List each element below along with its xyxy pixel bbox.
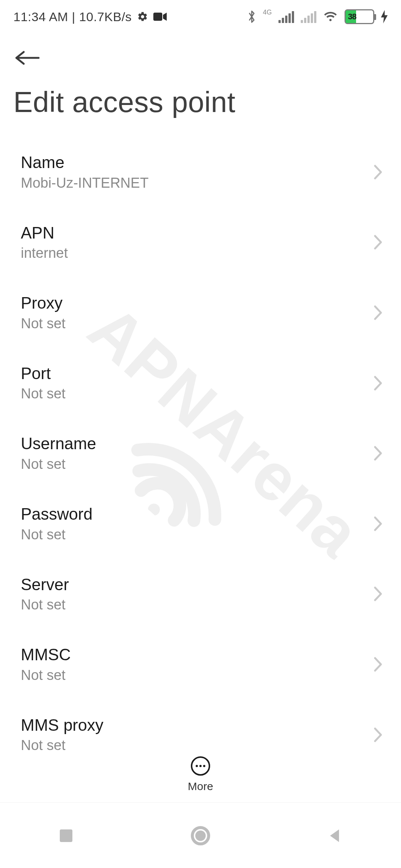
setting-row-proxy[interactable]: ProxyNot set: [0, 277, 401, 348]
chevron-right-icon: [373, 726, 383, 743]
setting-value: Not set: [21, 316, 365, 332]
setting-label: Username: [21, 434, 365, 453]
setting-label: MMSC: [21, 645, 365, 664]
setting-text: UsernameNot set: [21, 434, 365, 472]
network-label-4g: 4G: [263, 9, 272, 16]
status-right: 4G 38: [247, 9, 388, 24]
chevron-right-icon: [373, 445, 383, 462]
nav-back-button[interactable]: [326, 827, 343, 846]
chevron-right-icon: [373, 304, 383, 321]
more-label: More: [188, 780, 213, 793]
setting-value: internet: [21, 245, 365, 261]
chevron-right-icon: [373, 515, 383, 532]
page-title: Edit access point: [0, 74, 401, 137]
setting-row-name[interactable]: NameMobi-Uz-INTERNET: [0, 137, 401, 207]
battery-percent: 38: [346, 12, 373, 22]
android-navbar: [0, 805, 401, 868]
arrow-left-icon: [13, 49, 40, 67]
setting-label: Password: [21, 505, 365, 524]
svg-rect-1: [153, 13, 162, 21]
status-left: 11:34 AM | 10.7KB/s: [13, 10, 167, 24]
chevron-right-icon: [373, 164, 383, 181]
nav-home-button[interactable]: [190, 825, 211, 848]
charging-icon: [381, 10, 388, 23]
setting-label: Proxy: [21, 294, 365, 313]
triangle-left-icon: [326, 827, 343, 844]
chevron-right-icon: [373, 375, 383, 392]
setting-label: Server: [21, 575, 365, 594]
chevron-right-icon: [373, 656, 383, 673]
more-button[interactable]: More: [188, 756, 213, 793]
setting-text: APNinternet: [21, 224, 365, 262]
setting-value: Not set: [21, 386, 365, 402]
back-button[interactable]: [13, 42, 46, 74]
network-label-text: 4G: [263, 9, 272, 16]
setting-text: ServerNot set: [21, 575, 365, 613]
setting-label: Name: [21, 153, 365, 172]
svg-rect-6: [60, 829, 72, 842]
setting-label: APN: [21, 224, 365, 243]
setting-row-password[interactable]: PasswordNot set: [0, 489, 401, 559]
square-icon: [58, 827, 75, 844]
svg-point-5: [203, 765, 205, 767]
nav-recent-button[interactable]: [58, 827, 75, 846]
setting-row-username[interactable]: UsernameNot set: [0, 418, 401, 489]
setting-row-server[interactable]: ServerNot set: [0, 559, 401, 629]
gear-icon: [137, 11, 148, 22]
setting-row-port[interactable]: PortNot set: [0, 348, 401, 418]
svg-point-8: [195, 831, 206, 841]
battery-indicator: 38: [345, 9, 374, 24]
appbar: [0, 33, 401, 74]
setting-value: Not set: [21, 737, 365, 753]
setting-value: Mobi-Uz-INTERNET: [21, 175, 365, 191]
svg-point-3: [196, 765, 198, 767]
signal-secondary-icon: [301, 10, 316, 23]
status-time-network: 11:34 AM | 10.7KB/s: [13, 10, 132, 24]
setting-row-apn[interactable]: APNinternet: [0, 207, 401, 278]
setting-value: Not set: [21, 456, 365, 472]
setting-text: ProxyNot set: [21, 294, 365, 332]
chevron-right-icon: [373, 234, 383, 251]
setting-text: NameMobi-Uz-INTERNET: [21, 153, 365, 191]
svg-point-4: [199, 765, 202, 767]
signal-primary-icon: [278, 10, 294, 23]
setting-value: Not set: [21, 527, 365, 543]
setting-row-mmsc[interactable]: MMSCNot set: [0, 629, 401, 700]
circle-icon: [190, 825, 211, 846]
status-bar: 11:34 AM | 10.7KB/s 4G 38: [0, 0, 401, 33]
setting-text: MMSCNot set: [21, 645, 365, 683]
setting-text: MMS proxyNot set: [21, 716, 365, 754]
chevron-right-icon: [373, 585, 383, 602]
setting-label: MMS proxy: [21, 716, 365, 735]
bluetooth-icon: [247, 10, 256, 24]
setting-label: Port: [21, 364, 365, 383]
setting-value: Not set: [21, 597, 365, 613]
bottom-bar: More: [0, 752, 401, 803]
camera-icon: [153, 12, 167, 22]
setting-text: PortNot set: [21, 364, 365, 402]
more-icon: [190, 756, 211, 776]
setting-value: Not set: [21, 667, 365, 683]
wifi-icon: [323, 11, 338, 23]
setting-text: PasswordNot set: [21, 505, 365, 543]
